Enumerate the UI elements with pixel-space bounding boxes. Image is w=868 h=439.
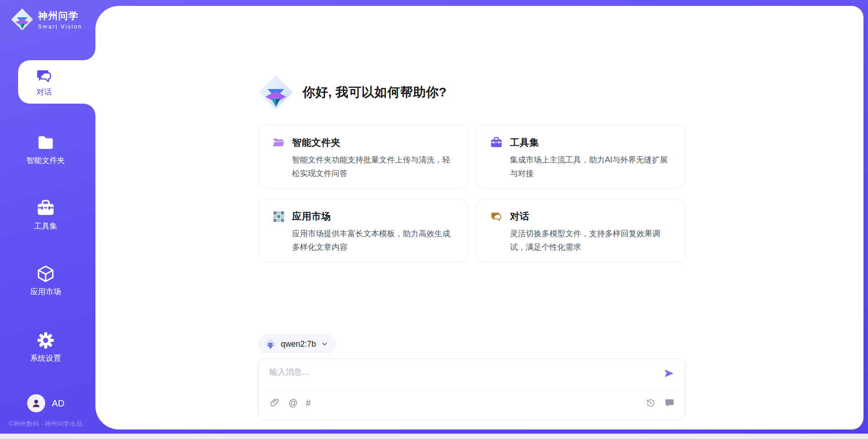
chat-bubble-icon bbox=[665, 398, 675, 408]
chat-bubbles-icon bbox=[35, 67, 53, 85]
card-description: 应用市场提供丰富长文本模板，助力高效生成多样化文章内容 bbox=[292, 227, 456, 254]
grid-icon bbox=[272, 210, 285, 223]
card-title: 工具集 bbox=[510, 136, 539, 149]
model-name: qwen2:7b bbox=[281, 339, 316, 349]
card-app-market[interactable]: 应用市场 应用市场提供丰富长文本模板，助力高效生成多样化文章内容 bbox=[258, 199, 468, 262]
chat-bubbles-icon bbox=[490, 210, 503, 223]
paperclip-icon bbox=[270, 398, 280, 408]
send-icon bbox=[663, 367, 675, 379]
card-title: 对话 bbox=[510, 210, 529, 223]
briefcase-icon bbox=[490, 136, 503, 149]
attachment-button[interactable] bbox=[269, 397, 280, 408]
sidebar-item-smart-folder[interactable]: 智能文件夹 bbox=[0, 133, 91, 166]
card-title: 智能文件夹 bbox=[292, 136, 341, 149]
feature-cards: 智能文件夹 智能文件夹功能支持批量文件上传与清洗，轻松实现文件问答 工具集 集成… bbox=[258, 125, 685, 262]
topic-button[interactable]: # bbox=[306, 398, 311, 408]
gear-icon bbox=[36, 331, 55, 350]
sidebar-item-label: 对话 bbox=[37, 87, 52, 97]
brand: 神州问学 Smart Vision bbox=[11, 8, 82, 31]
sidebar-item-label: 智能文件夹 bbox=[27, 155, 65, 166]
app-subtitle: Smart Vision bbox=[38, 24, 82, 30]
greeting-block: 你好, 我可以如何帮助你? bbox=[258, 75, 685, 110]
card-description: 智能文件夹功能支持批量文件上传与清洗，轻松实现文件问答 bbox=[292, 153, 456, 180]
sidebar-item-toolset[interactable]: 工具集 bbox=[0, 199, 91, 231]
folder-open-icon bbox=[272, 136, 285, 149]
greeting-title: 你好, 我可以如何帮助你? bbox=[302, 84, 447, 101]
cube-icon bbox=[36, 264, 55, 283]
sidebar-item-label: 应用市场 bbox=[30, 286, 61, 297]
message-composer: @ # bbox=[258, 358, 685, 420]
card-toolset[interactable]: 工具集 集成市场上主流工具，助力AI与外界无缝扩展与对接 bbox=[476, 125, 685, 189]
chevron-down-icon bbox=[321, 341, 328, 347]
person-icon bbox=[31, 398, 42, 409]
history-button[interactable] bbox=[645, 397, 656, 408]
message-input[interactable] bbox=[269, 367, 662, 382]
window-bottom-strip bbox=[0, 434, 868, 439]
sidebar-item-label: 系统设置 bbox=[30, 353, 61, 363]
card-smart-folder[interactable]: 智能文件夹 智能文件夹功能支持批量文件上传与清洗，轻松实现文件问答 bbox=[258, 125, 468, 189]
user-initials: AD bbox=[52, 398, 65, 409]
sidebar: 神州问学 Smart Vision 对话 智能文件夹 工具集 bbox=[0, 0, 91, 439]
user-profile[interactable]: AD bbox=[0, 394, 91, 412]
card-title: 应用市场 bbox=[292, 210, 331, 223]
model-selector[interactable]: qwen2:7b bbox=[258, 334, 336, 354]
main-panel: 你好, 我可以如何帮助你? 智能文件夹 智能文件夹功能支持批量文件上传与清洗，轻… bbox=[95, 6, 863, 429]
brand-logo-icon bbox=[11, 8, 33, 31]
history-icon bbox=[646, 398, 656, 408]
brand-logo-icon bbox=[258, 75, 293, 110]
app-title: 神州问学 bbox=[38, 10, 82, 22]
sidebar-item-chat[interactable]: 对话 bbox=[18, 60, 95, 104]
card-description: 灵活切换多模型文件，支持多样回复效果调试，满足个性化需求 bbox=[510, 227, 673, 254]
avatar bbox=[27, 394, 45, 412]
copyright-text: ©神州数码 · 神州问学出品 bbox=[0, 420, 91, 428]
card-description: 集成市场上主流工具，助力AI与外界无缝扩展与对接 bbox=[510, 153, 673, 180]
sidebar-item-label: 工具集 bbox=[34, 221, 57, 231]
card-chat[interactable]: 对话 灵活切换多模型文件，支持多样回复效果调试，满足个性化需求 bbox=[476, 199, 685, 262]
send-button[interactable] bbox=[662, 367, 676, 380]
model-logo-icon bbox=[264, 338, 276, 350]
briefcase-icon bbox=[36, 199, 55, 218]
mention-button[interactable]: @ bbox=[288, 398, 297, 408]
folder-icon bbox=[36, 133, 55, 152]
sidebar-item-app-market[interactable]: 应用市场 bbox=[0, 264, 91, 297]
conversations-button[interactable] bbox=[664, 397, 675, 408]
sidebar-item-settings[interactable]: 系统设置 bbox=[0, 331, 91, 363]
